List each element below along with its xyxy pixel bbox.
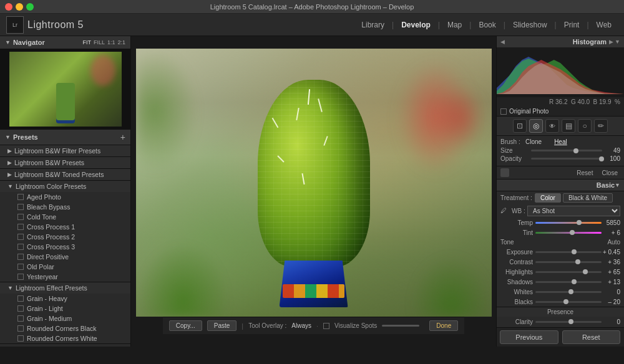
clarity-value: 0: [602, 318, 620, 325]
bw-treatment-button[interactable]: Black & White: [563, 193, 613, 203]
clarity-thumb[interactable]: [568, 319, 573, 324]
center-area: Copy... Paste | Tool Overlay : Always · …: [131, 36, 496, 347]
wb-eyedropper-icon[interactable]: 🖊: [500, 207, 509, 216]
nav-develop[interactable]: Develop: [395, 18, 437, 32]
nav-map[interactable]: Map: [441, 18, 468, 32]
preset-group-effect-header[interactable]: ▼ Lightroom Effect Presets: [0, 282, 130, 294]
fit-option-1-1[interactable]: 1:1: [107, 39, 115, 46]
shadows-track[interactable]: [535, 281, 602, 283]
contrast-track[interactable]: [535, 261, 602, 263]
exposure-thumb[interactable]: [572, 249, 577, 254]
tone-auto-button[interactable]: Auto: [607, 239, 620, 246]
preset-grain-medium[interactable]: Grain - Medium: [0, 314, 130, 323]
blacks-track[interactable]: [535, 301, 602, 303]
preset-aged-photo-icon: [17, 194, 24, 200]
clarity-slider-row: Clarity 0: [497, 317, 624, 327]
visualize-spots-checkbox[interactable]: [323, 323, 329, 329]
right-reset-button[interactable]: Reset: [562, 330, 621, 344]
brush-opacity-track[interactable]: [531, 158, 602, 160]
highlights-thumb[interactable]: [583, 269, 588, 274]
contrast-thumb[interactable]: [575, 259, 580, 264]
preset-old-polar[interactable]: Old Polar: [0, 262, 130, 272]
close-window-button[interactable]: [5, 3, 12, 11]
brush-size-track[interactable]: [531, 150, 602, 151]
preset-cold-tone[interactable]: Cold Tone: [0, 212, 130, 222]
wb-dropdown[interactable]: As Shot Auto Daylight Cloudy Custom: [527, 206, 620, 216]
crop-tool-icon[interactable]: ⊡: [513, 119, 527, 133]
fit-option-2-1[interactable]: 2:1: [117, 39, 125, 46]
brush-opacity-thumb[interactable]: [599, 156, 604, 161]
close-button[interactable]: Close: [599, 169, 620, 177]
fit-option-fill[interactable]: FILL: [94, 39, 105, 46]
radial-filter-tool-icon[interactable]: ○: [578, 119, 592, 133]
preset-bleach-bypass[interactable]: Bleach Bypass: [0, 202, 130, 212]
exposure-track[interactable]: [535, 251, 602, 253]
preset-rounded-white[interactable]: Rounded Corners White: [0, 333, 130, 343]
histogram-clip-left[interactable]: ◀: [500, 39, 505, 45]
presets-add-button[interactable]: +: [120, 132, 125, 142]
fit-option-fit[interactable]: FIT: [82, 39, 91, 46]
preset-group-bw-toned-header[interactable]: ▶ Lightroom B&W Toned Presets: [0, 169, 130, 180]
color-treatment-button[interactable]: Color: [535, 193, 561, 203]
preset-aged-photo[interactable]: Aged Photo: [0, 192, 130, 202]
minimize-window-button[interactable]: [16, 3, 23, 11]
original-photo-checkbox[interactable]: [500, 108, 507, 115]
tint-track[interactable]: [535, 232, 602, 234]
clarity-track[interactable]: [535, 321, 602, 323]
preset-group-bw-header[interactable]: ▶ Lightroom B&W Presets: [0, 157, 130, 168]
main-image[interactable]: [136, 49, 492, 317]
whites-thumb[interactable]: [568, 289, 573, 294]
brush-size-thumb[interactable]: [573, 148, 578, 153]
right-panel: ◀ Histogram ▶ ▼ R 36.2 G: [496, 36, 624, 347]
nav-web[interactable]: Web: [590, 18, 618, 32]
navigator-header[interactable]: ▼ Navigator FIT FILL 1:1 2:1: [0, 36, 130, 49]
nav-slideshow[interactable]: Slideshow: [507, 18, 553, 32]
nav-book[interactable]: Book: [472, 18, 502, 32]
nav-library[interactable]: Library: [355, 18, 391, 32]
copy-button[interactable]: Copy...: [169, 320, 202, 331]
whites-slider-row: Whites 0: [497, 287, 624, 297]
visualize-spots-slider[interactable]: [382, 325, 419, 327]
spot-removal-tool-icon[interactable]: ◎: [529, 119, 543, 133]
blacks-thumb[interactable]: [563, 299, 568, 304]
cactus-body: [258, 80, 370, 267]
graduated-filter-tool-icon[interactable]: ▤: [562, 119, 575, 133]
brush-opacity-value: 100: [605, 155, 620, 162]
preset-bleach-bypass-icon: [17, 204, 24, 210]
histogram-clip-right[interactable]: ▶: [609, 39, 613, 45]
navigator-preview-image[interactable]: [9, 52, 122, 127]
histogram-menu[interactable]: ▼: [615, 39, 620, 45]
tint-thumb[interactable]: [570, 230, 575, 235]
preset-group-bw-toned-name: Lightroom B&W Toned Presets: [14, 171, 104, 178]
brush-clone-option[interactable]: Clone: [525, 138, 542, 145]
preset-cross-process-3[interactable]: Cross Process 3: [0, 242, 130, 252]
redeye-tool-icon[interactable]: 👁: [545, 119, 559, 133]
preset-cross-process-2[interactable]: Cross Process 2: [0, 232, 130, 242]
temp-thumb[interactable]: [577, 220, 582, 225]
highlights-track[interactable]: [535, 271, 602, 273]
adjustment-brush-tool-icon[interactable]: ✏: [594, 119, 608, 133]
preset-grain-heavy[interactable]: Grain - Heavy: [0, 294, 130, 304]
preset-grain-light[interactable]: Grain - Light: [0, 304, 130, 314]
done-button[interactable]: Done: [429, 320, 458, 331]
whites-track[interactable]: [535, 291, 602, 293]
maximize-window-button[interactable]: [26, 3, 34, 11]
section-lock-icon[interactable]: [500, 168, 509, 177]
reset-button[interactable]: Reset: [574, 169, 595, 177]
basic-section-header[interactable]: Basic ▼: [497, 180, 624, 191]
preset-group-bw-filter-header[interactable]: ▶ Lightroom B&W Filter Presets: [0, 145, 130, 156]
preset-yesteryear[interactable]: Yesteryear: [0, 272, 130, 282]
paste-button[interactable]: Paste: [207, 320, 237, 331]
shadows-thumb[interactable]: [572, 279, 577, 284]
preset-rounded-black[interactable]: Rounded Corners Black: [0, 323, 130, 333]
tool-overlay-value[interactable]: Always: [291, 322, 311, 329]
presets-header[interactable]: ▼ Presets +: [0, 130, 130, 145]
blacks-slider-row: Blacks – 20: [497, 297, 624, 307]
brush-heal-option[interactable]: Heal: [554, 138, 567, 145]
nav-print[interactable]: Print: [558, 18, 586, 32]
preset-cross-process-1[interactable]: Cross Process 1: [0, 222, 130, 232]
previous-button[interactable]: Previous: [500, 330, 558, 344]
temp-track[interactable]: [535, 222, 602, 224]
preset-group-color-header[interactable]: ▼ Lightroom Color Presets: [0, 181, 130, 192]
preset-direct-positive[interactable]: Direct Positive: [0, 252, 130, 262]
